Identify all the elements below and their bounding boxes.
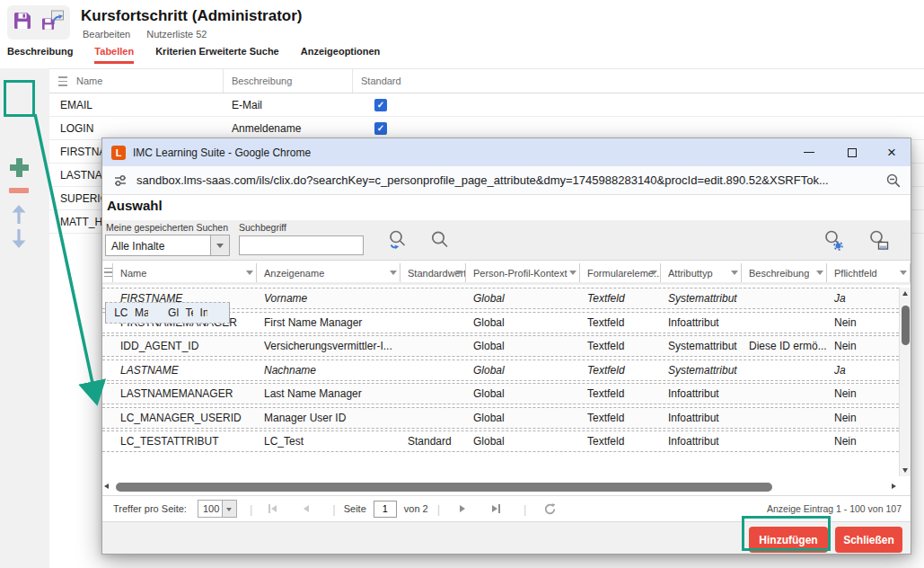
table-row[interactable]: EMAIL E-Mail [49, 93, 924, 117]
minimize-button[interactable] [796, 138, 823, 166]
save-toolbar [7, 5, 70, 40]
result-row-selected[interactable]: LC_MANAGER Manager GlobalTextfeld Infoat… [105, 302, 230, 324]
page-input[interactable] [374, 501, 397, 518]
scroll-up-icon[interactable] [902, 291, 908, 296]
window-title: IMC Learning Suite - Google Chrome [133, 146, 311, 159]
close-window-button[interactable]: × [878, 138, 905, 166]
column-standard: Standard [353, 69, 924, 93]
column-name: Name [76, 75, 102, 86]
tab-kriterien-erweiterte-suche[interactable]: Kriterien Erweiterte Suche [155, 46, 279, 64]
scroll-down-icon[interactable] [902, 468, 908, 473]
close-button[interactable]: Schließen [835, 527, 902, 553]
chevron-down-icon[interactable] [210, 235, 229, 255]
results-table-header: Name Anzeigename Standardwert Person-Pro… [102, 263, 911, 285]
vertical-scrollbar[interactable] [899, 288, 911, 476]
window-titlebar[interactable]: L IMC Learning Suite - Google Chrome × [102, 138, 911, 166]
url-bar[interactable]: sandbox.lms-saas.com/ils/clix.do?searchK… [102, 166, 911, 195]
result-row[interactable]: IDD_AGENT_ID Versicherungsvermittler-I..… [102, 335, 899, 357]
zoom-out-icon[interactable] [885, 173, 902, 189]
per-page-label: Treffer pro Seite: [113, 503, 187, 514]
column-attributtyp[interactable]: Attributtyp [661, 263, 742, 282]
column-pflichtfeld[interactable]: Pflichtfeld [827, 263, 911, 282]
page-of-label: von 2 [404, 503, 428, 514]
row-actions-sidebar [0, 68, 49, 568]
chrome-logo-icon: L [111, 146, 126, 160]
dialog-heading: Auswahl [107, 198, 163, 213]
filter-icon[interactable] [455, 271, 462, 279]
next-page-icon[interactable] [460, 505, 465, 512]
search-panel: Meine gespeicherten Suchen Alle Inhalte … [102, 220, 911, 261]
filter-icon[interactable] [900, 271, 907, 279]
result-row[interactable]: LC_MANAGER_USERID Manager User ID Global… [102, 407, 899, 429]
link-bearbeiten[interactable]: Bearbeiten [83, 29, 130, 40]
standard-checkbox[interactable] [374, 122, 387, 135]
horizontal-scroll-thumb[interactable] [116, 483, 772, 492]
breadcrumb: Bearbeiten Nutzerliste 52 [83, 29, 207, 40]
column-anzeigename[interactable]: Anzeigename [257, 263, 400, 282]
move-down-icon[interactable] [9, 228, 29, 250]
last-page-icon[interactable] [492, 504, 500, 513]
selection-popup-window: L IMC Learning Suite - Google Chrome × s… [101, 138, 911, 555]
column-formularelement[interactable]: Formulareleme... [580, 263, 661, 282]
horizontal-scrollbar[interactable] [104, 482, 896, 493]
saved-searches-select[interactable]: Alle Inhalte [105, 235, 230, 256]
result-row[interactable]: LASTNAME Nachname GlobalTextfeld Systema… [102, 359, 899, 381]
refresh-icon[interactable] [543, 502, 557, 516]
filter-icon[interactable] [816, 271, 823, 279]
save-apply-icon[interactable] [41, 10, 65, 35]
scroll-left-icon[interactable] [104, 484, 109, 489]
result-row[interactable]: LC_TESTATTRIBUT LC_TestStandard GlobalTe… [102, 430, 899, 452]
first-page-icon[interactable] [268, 504, 277, 513]
reset-search-icon[interactable] [385, 228, 410, 253]
page-title: Kursfortschritt (Administrator) [81, 7, 303, 25]
move-up-icon[interactable] [9, 203, 29, 225]
page-label: Seite [344, 503, 366, 514]
search-icon[interactable] [427, 228, 453, 253]
attributes-table-header: Name Beschreibung Standard [49, 68, 924, 93]
search-term-label: Suchbegriff [239, 222, 286, 233]
dialog-footer: Hinzufügen Schließen [102, 521, 911, 554]
column-beschreibung: Beschreibung [224, 69, 353, 93]
maximize-button[interactable] [839, 138, 866, 166]
search-term-input[interactable] [239, 235, 364, 255]
saved-searches-label: Meine gespeicherten Suchen [106, 222, 228, 233]
filter-icon[interactable] [650, 271, 657, 279]
url-text[interactable]: sandbox.lms-saas.com/ils/clix.do?searchK… [136, 173, 829, 187]
vertical-scroll-thumb[interactable] [902, 306, 910, 345]
result-row[interactable]: LASTNAMEMANAGER Last Name Manager Global… [102, 383, 899, 404]
filter-icon[interactable] [731, 271, 738, 279]
add-button[interactable]: Hinzufügen [749, 527, 828, 553]
column-name[interactable]: Name [113, 263, 257, 282]
link-nutzerliste[interactable]: Nutzerliste 52 [146, 29, 207, 40]
add-icon[interactable] [10, 158, 29, 177]
tab-anzeigeoptionen[interactable]: Anzeigeoptionen [301, 46, 381, 64]
results-rows: FIRSTNAME Vorname GlobalTextfeld Systema… [102, 288, 899, 455]
save-icon[interactable] [13, 11, 32, 34]
site-settings-icon[interactable] [113, 173, 128, 188]
column-person-profil-kontext[interactable]: Person-Profil-Kontext [466, 263, 580, 282]
standard-checkbox[interactable] [374, 99, 387, 111]
tab-beschreibung[interactable]: Beschreibung [7, 46, 73, 64]
filter-icon[interactable] [569, 271, 576, 279]
pagination-bar: Treffer pro Seite: 100 | | Seite von 2 |… [102, 495, 911, 521]
column-beschreibung[interactable]: Beschreibung [742, 263, 827, 282]
previous-page-icon[interactable] [304, 505, 309, 512]
column-standardwert[interactable]: Standardwert [400, 263, 466, 282]
drag-handle-icon[interactable] [104, 268, 112, 278]
filter-icon[interactable] [246, 271, 253, 279]
remove-icon[interactable] [9, 188, 29, 193]
drag-handle-icon[interactable] [58, 76, 67, 86]
result-range-label: Anzeige Eintrag 1 - 100 von 107 [767, 503, 902, 514]
tab-bar: Beschreibung Tabellen Kriterien Erweiter… [7, 46, 380, 64]
tab-tabellen[interactable]: Tabellen [94, 46, 134, 64]
per-page-select[interactable]: 100 [198, 500, 237, 518]
filter-icon[interactable] [390, 271, 397, 279]
scroll-right-icon[interactable] [892, 484, 896, 489]
chevron-down-icon[interactable] [222, 501, 236, 517]
save-search-icon[interactable] [866, 228, 891, 253]
screen: Kursfortschritt (Administrator) Bearbeit… [0, 0, 924, 568]
advanced-search-icon[interactable] [821, 228, 846, 253]
